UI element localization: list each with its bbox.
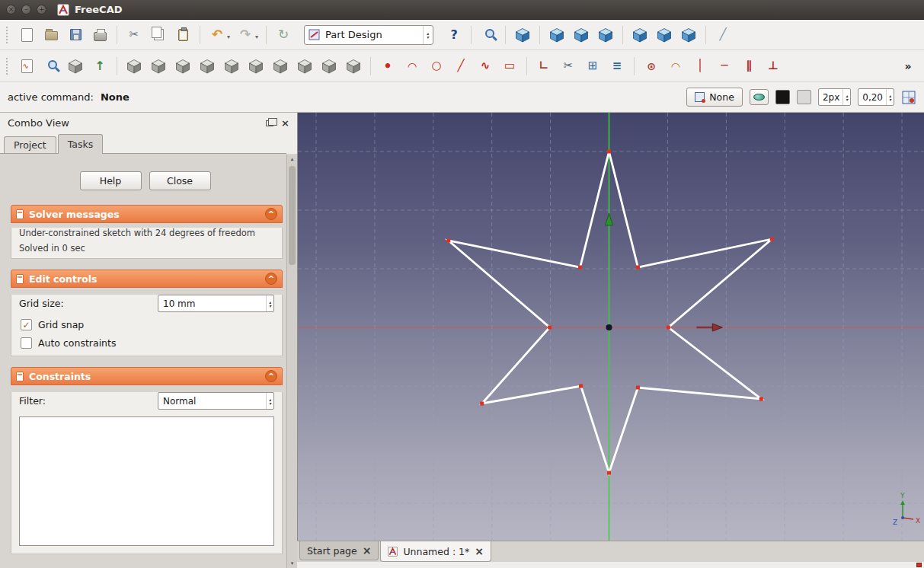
bottom-view-button[interactable] [653,24,676,46]
pocket-button[interactable] [147,55,170,78]
close-panel-button[interactable]: × [281,118,289,128]
mirrored-button[interactable] [293,55,316,78]
spinner-arrows-icon[interactable]: ▴ ▾ [886,89,894,105]
scrollbar-thumb[interactable] [289,166,296,265]
close-tab-button[interactable]: × [363,545,372,556]
tab-tasks[interactable]: Tasks [58,134,104,154]
whats-this-button[interactable]: ? [443,24,465,46]
top-view-button[interactable] [570,24,593,46]
scrollbar-track[interactable] [287,163,297,560]
constrain-coincident-button[interactable]: ∟ [532,55,555,78]
undo-button[interactable]: ↶ [206,24,229,46]
toolbar-overflow-button[interactable]: » [897,55,919,78]
fillet-button[interactable] [220,55,243,78]
copy-button[interactable] [147,24,170,46]
groove-button[interactable] [196,55,219,78]
edit-controls-header[interactable]: Edit controls ^ [11,270,283,288]
left-view-button[interactable] [677,24,700,46]
create-rectangle-button[interactable]: ▭ [498,55,521,78]
paste-button[interactable] [171,24,194,46]
draft-button[interactable] [269,55,292,78]
redo-button-dropdown-icon[interactable]: ▾ [255,34,258,40]
help-button[interactable]: Help [80,171,142,190]
3d-viewport[interactable]: YXZ [297,113,924,541]
print-button[interactable] [88,24,111,46]
open-document-button[interactable] [40,24,62,46]
external-geometry-button[interactable]: ⊞ [581,55,604,78]
front-view-button[interactable] [545,24,568,46]
create-line-button[interactable]: ╱ [449,55,472,78]
checkbox-box[interactable]: ✓ [21,337,32,349]
constraints-list[interactable] [19,416,274,546]
pad-button[interactable] [123,55,145,78]
document-tab-unnamed-1[interactable]: Unnamed : 1*× [380,541,491,562]
toolbar-handle[interactable] [6,58,8,75]
autogroup-button[interactable]: None [686,88,743,107]
line-width-spinner[interactable]: 2px ▴ ▾ [818,88,851,106]
tab-project[interactable]: Project [4,136,56,153]
panel-scrollbar[interactable]: ▴ ▾ [286,155,297,568]
appearance-button[interactable] [750,89,769,105]
constraints-header[interactable]: Constraints ^ [11,367,283,385]
close-tasks-button[interactable]: Close [149,171,211,190]
snap-toggle-icon[interactable] [901,90,916,105]
cut-button[interactable]: ✂ [123,24,145,46]
measure-distance-button[interactable]: ╱ [711,24,734,46]
refresh-button[interactable]: ↻ [272,24,295,46]
maximize-window-button[interactable] [37,5,46,14]
map-sketch-button[interactable] [64,55,87,78]
scroll-down-icon[interactable]: ▾ [291,560,294,567]
close-window-button[interactable] [6,5,16,14]
line-color-swatch[interactable] [775,90,790,104]
constraints-filter-select[interactable]: Normal ▴▾ [158,392,274,410]
solver-messages-header[interactable]: Solver messages ^ [11,205,283,223]
spinner-down-icon[interactable]: ▾ [846,97,848,101]
text-scale-spinner[interactable]: 0,20 ▴ ▾ [858,88,894,106]
collapse-section-button[interactable]: ^ [265,273,277,285]
axonometric-view-button[interactable] [511,24,534,46]
spinner-arrows-icon[interactable]: ▴ ▾ [842,89,850,105]
scroll-up-icon[interactable]: ▴ [291,155,294,163]
create-point-button[interactable]: • [376,55,399,78]
revolution-button[interactable] [171,55,194,78]
toolbar-handle[interactable] [6,27,8,43]
minimize-window-button[interactable] [21,5,31,14]
grid-size-select[interactable]: 10 mm ▴▾ [158,295,274,312]
constrain-parallel-button[interactable]: ∥ [737,55,760,78]
fit-all-button[interactable] [477,24,500,46]
spinner-down-icon[interactable]: ▾ [889,97,891,101]
create-polyline-button[interactable]: ∿ [474,55,497,78]
collapse-section-button[interactable]: ^ [265,208,277,220]
document-tab-start-page[interactable]: Start page× [299,541,379,560]
checkbox-box[interactable]: ✓ [21,319,32,330]
construction-mode-button[interactable]: ≡ [606,55,628,78]
workbench-selector[interactable]: Part Design▴▾ [304,25,433,45]
constrain-vertical-button[interactable]: │ [689,55,711,78]
create-circle-button[interactable]: ○ [425,55,448,78]
sketch-canvas[interactable]: YXZ [298,113,924,541]
constrain-horizontal-button[interactable]: ─ [713,55,736,78]
float-panel-button[interactable] [266,120,273,126]
linear-pattern-button[interactable] [318,55,341,78]
view-sketch-button[interactable] [40,55,62,78]
new-document-button[interactable] [15,24,38,46]
new-sketch-button[interactable] [15,55,38,78]
collapse-section-button[interactable]: ^ [265,370,277,382]
auto-constraints-checkbox[interactable]: ✓ Auto constraints [21,337,273,349]
save-document-button[interactable] [64,24,87,46]
face-color-swatch[interactable] [797,90,811,104]
create-fillet-button[interactable]: ◠ [664,55,687,78]
trim-edge-button[interactable]: ✂ [557,55,580,78]
constrain-lock-button[interactable]: ⊙ [640,55,663,78]
create-arc-button[interactable]: ◠ [401,55,424,78]
polar-pattern-button[interactable] [342,55,365,78]
leave-sketch-button[interactable]: ↑ [88,55,111,78]
close-tab-button[interactable]: × [475,546,484,557]
grid-snap-checkbox[interactable]: ✓ Grid snap [21,319,273,330]
constrain-perpendicular-button[interactable]: ⊥ [762,55,785,78]
undo-button-dropdown-icon[interactable]: ▾ [227,34,230,40]
chamfer-button[interactable] [245,55,267,78]
right-view-button[interactable] [594,24,617,46]
redo-button[interactable]: ↷ [234,24,257,46]
rear-view-button[interactable] [628,24,651,46]
